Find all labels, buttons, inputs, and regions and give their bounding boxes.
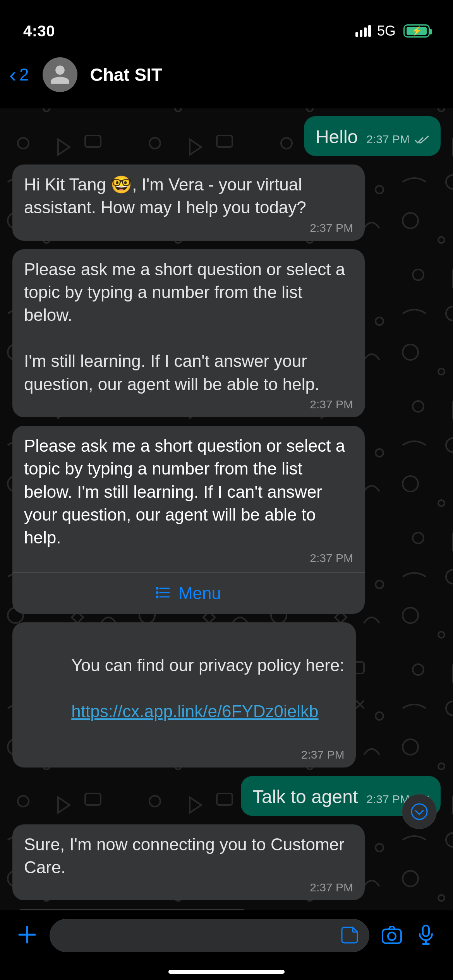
- privacy-link[interactable]: https://cx.app.link/e/6FYDz0ielkb: [71, 702, 318, 721]
- menu-card: Please ask me a short question or select…: [12, 426, 365, 614]
- message-input[interactable]: [59, 927, 340, 944]
- plus-icon: [15, 923, 39, 946]
- message-time: 2:37 PM: [24, 748, 344, 761]
- status-bar: 4:30 5G ⚡: [0, 0, 453, 50]
- message-time: 2:37 PM: [24, 881, 353, 894]
- chevron-down-icon: [410, 802, 429, 821]
- menu-button[interactable]: Menu: [12, 572, 365, 614]
- message-time: 2:37 PM: [24, 221, 353, 235]
- person-icon: [49, 63, 71, 86]
- message-text: Hi Kit Tang 🤓, I'm Vera - your virtual a…: [24, 173, 353, 219]
- status-right: 5G ⚡: [355, 23, 430, 39]
- svg-point-11: [156, 592, 158, 593]
- message-time: 2:37 PM: [24, 552, 353, 565]
- message-text-prefix: You can find our privacy policy here:: [71, 656, 344, 675]
- message-text: Hello: [316, 125, 358, 150]
- message-time: 2:37 PM: [366, 133, 410, 146]
- message-time: 2:37 PM: [366, 793, 410, 806]
- camera-button[interactable]: [380, 923, 403, 948]
- chat-header: ‹ 2 Chat SIT: [0, 50, 453, 101]
- message-text: Please ask me a short question or select…: [24, 434, 353, 549]
- message-text: You can find our privacy policy here: ht…: [24, 631, 344, 746]
- svg-point-15: [388, 932, 396, 940]
- message-in[interactable]: Please ask me a short question or select…: [12, 426, 365, 572]
- message-in[interactable]: Hi Kit Tang 🤓, I'm Vera - your virtual a…: [12, 164, 441, 241]
- camera-icon: [380, 923, 403, 946]
- input-bar: [0, 910, 453, 980]
- message-in-with-menu: Please ask me a short question or select…: [12, 426, 441, 614]
- chat-title[interactable]: Chat SIT: [90, 64, 162, 85]
- battery-icon: ⚡: [403, 24, 430, 38]
- compose-field[interactable]: [50, 919, 369, 952]
- message-out[interactable]: Talk to agent 2:37 PM: [12, 776, 441, 816]
- message-time: 2:37 PM: [24, 398, 353, 411]
- message-in[interactable]: Sure, I'm now connecting you to Customer…: [12, 824, 441, 901]
- svg-rect-16: [423, 925, 429, 936]
- home-indicator: [168, 970, 285, 974]
- message-list[interactable]: Hello 2:37 PM Hi Kit Tang 🤓, I'm Vera - …: [0, 108, 453, 910]
- message-meta: 2:37 PM: [366, 133, 429, 146]
- mic-icon: [414, 923, 438, 946]
- status-time: 4:30: [23, 22, 55, 40]
- list-icon: [156, 587, 170, 600]
- read-receipt-icon: [413, 133, 429, 146]
- svg-point-13: [412, 804, 427, 819]
- message-text: Please ask me a short question or select…: [24, 258, 353, 396]
- message-text: Talk to agent: [252, 785, 358, 810]
- sticker-button[interactable]: [340, 925, 360, 946]
- scroll-to-bottom-button[interactable]: [402, 794, 437, 829]
- avatar[interactable]: [43, 57, 77, 92]
- menu-label: Menu: [178, 584, 221, 603]
- svg-point-12: [156, 596, 158, 598]
- svg-point-10: [156, 588, 158, 589]
- back-count: 2: [19, 65, 29, 84]
- message-out[interactable]: Hello 2:37 PM: [12, 116, 441, 156]
- attach-button[interactable]: [15, 923, 39, 948]
- message-in[interactable]: You can find our privacy policy here: ht…: [12, 622, 441, 768]
- network-label: 5G: [377, 23, 396, 39]
- chevron-left-icon: ‹: [9, 64, 16, 85]
- svg-rect-14: [383, 929, 401, 943]
- back-button[interactable]: ‹ 2: [9, 64, 29, 85]
- message-text: Sure, I'm now connecting you to Customer…: [24, 833, 353, 879]
- chat-area[interactable]: Hello 2:37 PM Hi Kit Tang 🤓, I'm Vera - …: [0, 108, 453, 910]
- mic-button[interactable]: [414, 923, 438, 948]
- signal-icon: [355, 25, 371, 37]
- message-in[interactable]: Please ask me a short question or select…: [12, 249, 441, 417]
- sticker-icon: [340, 925, 360, 944]
